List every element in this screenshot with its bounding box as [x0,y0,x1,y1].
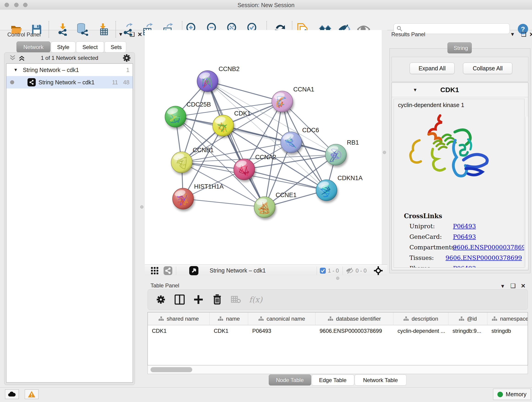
show-grid-icon[interactable] [149,265,160,276]
node-label: CCNB2 [219,65,240,72]
tab-network[interactable]: Network [17,41,51,52]
cloud-status-button[interactable] [5,389,19,399]
table-cell[interactable]: stringdb:9... [448,328,487,334]
collapse-arrow-icon[interactable]: ▼ [13,67,18,72]
birds-eye-toggle-icon[interactable] [373,265,384,276]
table-options-gear-icon[interactable] [155,294,167,305]
column-header-database-identifier[interactable]: database identifier [316,313,393,325]
left-splitter-handle[interactable] [140,205,143,209]
table-cell[interactable]: CDK1 [210,328,248,334]
show-column-panel-icon[interactable] [174,294,185,305]
close-panel-icon[interactable]: ✕ [138,31,142,38]
create-column-icon[interactable] [193,294,204,305]
column-header-shared-name[interactable]: shared name [148,313,210,325]
network-collection-row[interactable]: ▼ String Network – cdk1 1 [6,64,133,76]
crosslink-label: Uniprot: [404,223,453,230]
gene-card-header[interactable]: ▼ CDK1 [392,83,528,97]
crosslink-value-link[interactable]: 9606.ENSP00000378699 [446,254,522,261]
node-label: CCNA2 [255,154,276,161]
network-node[interactable]: RB1 [325,139,359,165]
crosslinks-heading: CrossLinks [404,212,522,220]
bottom-splitter-handle[interactable] [336,277,339,280]
crosslink-row: Uniprot:P06493 [404,223,522,230]
network-edge-count: 48 [123,79,129,86]
column-header-canonical-name[interactable]: canonical name [248,313,316,325]
node-label: CDK1 [234,110,251,117]
tab-node-table[interactable]: Node Table [269,375,311,385]
crosslink-value-link[interactable]: 9606.ENSP00000378699 [453,244,525,251]
table-cell[interactable]: P06493 [248,328,316,334]
column-header--id[interactable]: @id [448,313,487,325]
network-options-gear-icon[interactable] [121,52,133,64]
column-tree-icon [218,316,223,321]
table-cell[interactable]: stringdb [487,328,528,334]
network-node[interactable]: CDKN1A [316,175,363,201]
table-cell[interactable]: 9606.ENSP00000378699 [316,328,393,334]
column-header-label: canonical name [266,316,305,322]
crosslink-label: Tissues: [404,254,446,261]
tab-string[interactable]: String [447,42,472,53]
network-row[interactable]: String Network – cdk1 11 48 [6,76,133,89]
memory-button[interactable]: Memory [493,389,531,400]
node-table[interactable]: shared namenamecanonical namedatabase id… [147,312,528,365]
network-thumbnail-icon[interactable] [162,265,174,276]
table-cell[interactable]: cyclin-dependent ... [393,328,448,334]
selected-checkbox-icon[interactable] [319,265,326,276]
column-header-namespace[interactable]: namespace [487,313,528,325]
memory-status-dot-icon [497,392,503,397]
hidden-node-edge-counts: 0 - 0 [355,268,367,274]
results-panel: Results Panel ▼ ❑ ✕ String Expand All Co… [389,30,532,273]
node-table-header[interactable]: shared namenamecanonical namedatabase id… [148,313,528,325]
table-panel: Table Panel ▼ ❑ ✕ f(x) shared namenameca… [147,281,528,386]
network-node[interactable]: HIST1H1A [172,183,224,209]
close-panel-icon[interactable]: ✕ [529,31,532,38]
network-type-icon [27,78,36,86]
clear-table-icon-disabled [230,294,242,305]
crosslink-value-link[interactable]: P06493 [453,265,476,268]
float-panel-icon[interactable]: ❑ [129,31,135,38]
table-row[interactable]: CDK1CDK1P064939606.ENSP00000378699cyclin… [148,325,528,337]
crosslink-row: Pharos:P06493 [404,265,522,268]
network-edge [183,199,265,207]
crosslinks-section: CrossLinks Uniprot:P06493GeneCard:P06493… [404,212,522,268]
panel-menu-icon[interactable]: ▼ [510,32,515,37]
column-header-description[interactable]: description [393,313,448,325]
crosslink-value-link[interactable]: P06493 [453,233,476,240]
tab-network-table[interactable]: Network Table [355,375,406,385]
collapse-arrow-icon[interactable]: ▼ [413,87,418,93]
network-node[interactable]: CCNA1 [272,86,314,112]
node-label: HIST1H1A [194,183,224,190]
column-header-label: name [226,316,240,322]
right-splitter-handle[interactable] [383,151,386,154]
column-header-label: @id [467,316,477,322]
column-header-name[interactable]: name [210,313,248,325]
tab-style[interactable]: Style [51,41,76,52]
table-cell[interactable]: CDK1 [148,328,210,334]
delete-column-icon[interactable] [211,294,223,305]
crosslink-label: GeneCard: [404,233,453,240]
scrollbar-thumb[interactable] [151,367,192,372]
network-tree: ▼ String Network – cdk1 1 String Network… [6,64,133,383]
panel-menu-icon[interactable]: ▼ [500,283,505,289]
close-panel-icon[interactable]: ✕ [521,283,526,289]
tab-edge-table[interactable]: Edge Table [312,375,354,385]
tab-select[interactable]: Select [76,41,104,52]
crosslink-value-link[interactable]: P06493 [453,223,476,230]
column-tree-icon [328,316,333,321]
results-scrollbar[interactable] [526,117,528,267]
crosslink-row: GeneCard:P06493 [404,233,522,240]
detach-view-icon[interactable] [188,265,200,276]
table-horizontal-scrollbar[interactable] [147,365,528,374]
network-canvas[interactable]: CCNB2CCNA1CDC25BCDK1CDC6RB1CCNB1CCNA2CDK… [145,30,382,264]
function-builder-icon-disabled: f(x) [249,294,262,305]
collapse-all-button[interactable]: Collapse All [463,63,512,74]
column-tree-icon [492,316,497,321]
expand-all-button[interactable]: Expand All [410,63,455,74]
warnings-button[interactable] [25,389,38,399]
float-panel-icon[interactable]: ❑ [510,282,515,289]
network-node[interactable]: CCNB1 [171,147,214,173]
panel-menu-icon[interactable]: ▼ [118,32,123,37]
float-panel-icon[interactable]: ❑ [521,31,526,38]
tab-sets[interactable]: Sets [104,41,126,52]
window-titlebar: Session: New Session [0,0,532,10]
